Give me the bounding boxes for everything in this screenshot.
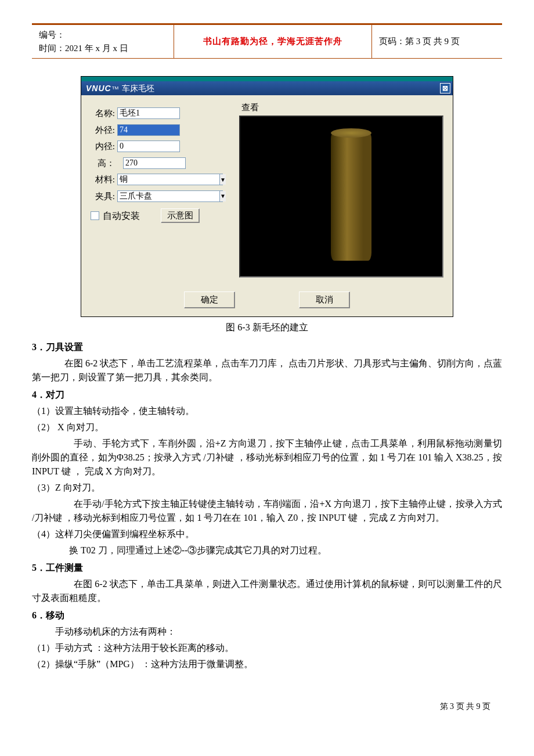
page-footer: 第 3 页 共 9 页 <box>32 700 502 712</box>
select-fixture[interactable]: ▼ <box>117 190 223 202</box>
view-label: 查看 <box>241 101 443 114</box>
sec6-p1: 手动移动机床的方法有两种： <box>32 625 502 639</box>
header-slogan: 书山有路勤为径，学海无涯苦作舟 <box>174 24 372 59</box>
input-h[interactable] <box>123 157 186 169</box>
cancel-button[interactable]: 取消 <box>299 291 350 308</box>
select-fixture-value[interactable] <box>118 191 219 201</box>
sec3-p1: 在图 6-2 状态下，单击工艺流程菜单，点击车刀刀库， 点击刀片形状、刀具形式与… <box>32 357 502 384</box>
label-od: 外径: <box>87 124 115 137</box>
label-mat: 材料: <box>87 173 115 186</box>
figure-caption: 图 6-3 新毛坯的建立 <box>32 321 502 334</box>
sec4-p6: （4）这样刀尖便偏置到编程坐标系中。 <box>32 527 502 541</box>
sec4-p2: （2） X 向对刀。 <box>32 420 502 434</box>
select-material-value[interactable] <box>118 174 219 185</box>
sec4-p1: （1）设置主轴转动指令，使主轴转动。 <box>32 404 502 418</box>
header-yema: 页码：第 3 页 共 9 页 <box>372 24 503 59</box>
sec6-title: 6．移动 <box>32 609 502 622</box>
dialog-titlebar: VNUC TM 车床毛坯 ⊠ <box>81 81 453 95</box>
checkbox-auto-install[interactable] <box>91 211 99 220</box>
label-id: 内径: <box>87 140 115 153</box>
sec6-p3: （2）操纵“手脉”（MPG） ：这种方法用于微量调整。 <box>32 657 502 671</box>
sec4-title: 4．对刀 <box>32 388 502 402</box>
header-shijian: 时间：2021 年 x 月 x 日 <box>39 42 167 55</box>
sec6-p2: （1）手动方式 ：这种方法用于较长距离的移动。 <box>32 641 502 655</box>
brand-tm: TM <box>112 85 119 92</box>
select-material[interactable]: ▼ <box>117 174 223 185</box>
sec5-title: 5．工件测量 <box>32 561 502 575</box>
sec3-title: 3．刀具设置 <box>32 340 502 354</box>
close-icon[interactable]: ⊠ <box>440 83 450 93</box>
label-h: 高： <box>87 157 115 170</box>
label-fix: 夹具: <box>87 190 115 203</box>
sec5-p1: 在图 6-2 状态下，单击工具菜单，则进入工件测量状态。通过使用计算机的鼠标键，… <box>32 577 502 605</box>
sec4-p3: 手动、手轮方式下，车削外圆，沿+Z 方向退刀，按下主轴停止键，点击工具菜单，利用… <box>32 437 502 478</box>
page-header: 编号： 时间：2021 年 x 月 x 日 书山有路勤为径，学海无涯苦作舟 页码… <box>32 23 502 59</box>
label-auto-install: 自动安装 <box>103 209 140 223</box>
input-od[interactable] <box>117 124 180 136</box>
label-name: 名称: <box>87 107 115 120</box>
cylinder-preview <box>331 133 371 261</box>
chevron-down-icon[interactable]: ▼ <box>219 174 226 185</box>
chevron-down-icon[interactable]: ▼ <box>219 191 226 201</box>
input-name[interactable] <box>117 107 180 119</box>
3d-preview <box>239 116 443 278</box>
dialog-screenshot: VNUC TM 车床毛坯 ⊠ 名称: 外径: 内径: <box>81 76 453 317</box>
schematic-button[interactable]: 示意图 <box>161 208 200 223</box>
sec4-p4: （3）Z 向对刀。 <box>32 481 502 495</box>
sec4-p7: 换 T02 刀，同理通过上述②--③步骤完成其它刀具的对刀过程。 <box>32 543 502 557</box>
input-id[interactable] <box>117 141 180 152</box>
dialog-title: 车床毛坯 <box>122 82 154 95</box>
sec4-p5: 在手动/手轮方式下按主轴正转键使主轴转动，车削端面，沿+X 方向退刀，按下主轴停… <box>32 497 502 525</box>
brand-logo: VNUC <box>86 82 111 95</box>
ok-button[interactable]: 确定 <box>184 291 235 308</box>
header-bianhao: 编号： <box>39 28 167 42</box>
